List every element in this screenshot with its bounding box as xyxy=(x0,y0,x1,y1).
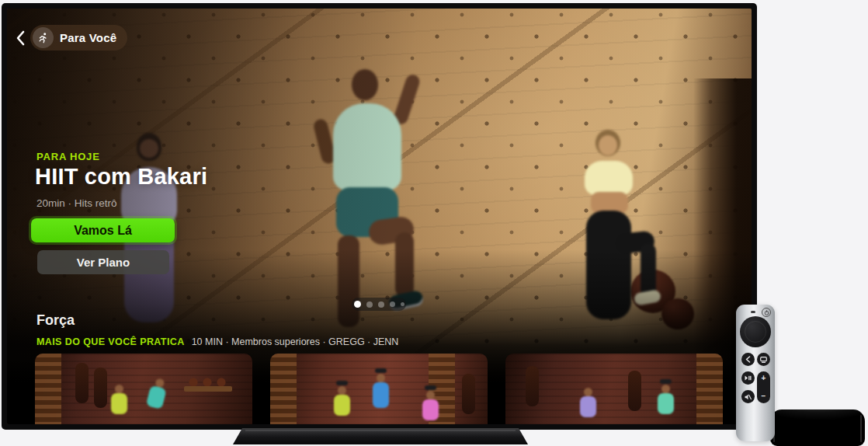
figure-torso xyxy=(334,395,350,416)
remote-tv-icon xyxy=(757,353,770,366)
punching-bag xyxy=(94,368,107,408)
figure-torso xyxy=(658,393,674,414)
breadcrumb: Para Você xyxy=(16,25,127,51)
carousel-dot xyxy=(366,301,373,308)
dumbbell xyxy=(660,379,672,384)
volume-rocker: + − xyxy=(757,371,770,403)
punching-bag xyxy=(462,374,475,414)
figure-head xyxy=(661,385,670,393)
wall-ladder xyxy=(35,354,61,424)
remote-back-icon xyxy=(741,353,755,366)
punching-bag xyxy=(526,366,539,406)
carousel-indicator[interactable] xyxy=(352,298,406,311)
workout-thumbnail-row xyxy=(35,354,723,424)
wall-ladder xyxy=(696,354,723,424)
dumbbell xyxy=(375,368,387,373)
microphone-hole xyxy=(751,311,755,313)
remote-clickpad xyxy=(740,316,771,347)
start-workout-button[interactable]: Vamos Lá xyxy=(31,218,175,242)
figure-torso xyxy=(422,399,439,420)
shelf-meta: 10 MIN · Membros superiores · GREGG · JE… xyxy=(192,336,399,347)
shelf-subtitle-row: MAIS DO QUE VOCÊ PRATICA 10 MIN · Membro… xyxy=(36,336,398,347)
tv-screen: Para Você PARA HOJE HIIT com Bakari 20mi… xyxy=(7,9,752,424)
figure-torso xyxy=(146,385,167,409)
carousel-dot xyxy=(390,301,395,307)
figure-head xyxy=(426,391,435,399)
workout-thumbnail-3[interactable] xyxy=(505,354,723,424)
carousel-dot xyxy=(354,301,361,308)
breadcrumb-back-icon[interactable] xyxy=(16,30,25,46)
figure-torso xyxy=(580,396,596,417)
dumbbell xyxy=(425,385,436,390)
figure-torso xyxy=(111,393,127,414)
tv-stand xyxy=(233,428,528,444)
volume-down-icon: − xyxy=(762,392,766,400)
mute-icon xyxy=(741,390,755,403)
punching-bag xyxy=(628,371,641,411)
fitness-runner-icon xyxy=(33,27,54,48)
shelf-title: Força xyxy=(36,312,75,329)
tv-frame: Para Você PARA HOJE HIIT com Bakari 20mi… xyxy=(2,3,757,430)
hero-title: HIIT com Bakari xyxy=(35,164,207,190)
workout-thumbnail-2[interactable] xyxy=(270,354,488,424)
figure-torso xyxy=(373,382,389,408)
play-pause-icon xyxy=(741,371,755,385)
volume-up-icon: + xyxy=(762,375,766,382)
breadcrumb-label: Para Você xyxy=(60,31,116,44)
apple-tv-box xyxy=(770,409,865,446)
figure-head xyxy=(584,388,592,396)
figure-head xyxy=(377,374,385,382)
hero-meta: 20min · Hits retrô xyxy=(36,197,117,209)
wall-ladder xyxy=(270,354,297,424)
view-plan-button[interactable]: Ver Plano xyxy=(37,250,169,274)
siri-remote: + − xyxy=(736,305,775,441)
shelf-highlight-label: MAIS DO QUE VOCÊ PRATICA xyxy=(36,336,185,347)
breadcrumb-pill[interactable]: Para Você xyxy=(30,25,127,51)
carousel-dot xyxy=(401,302,404,306)
ball-shelf xyxy=(184,386,232,392)
punching-bag xyxy=(75,363,89,403)
workout-thumbnail-1[interactable] xyxy=(35,354,252,424)
box-edge-highlight xyxy=(860,415,862,442)
figure-head xyxy=(115,385,123,393)
hero-eyebrow: PARA HOJE xyxy=(36,151,100,162)
figure-head xyxy=(338,386,346,395)
power-icon xyxy=(762,308,771,317)
dumbbell xyxy=(336,381,348,385)
carousel-dot xyxy=(378,301,384,308)
